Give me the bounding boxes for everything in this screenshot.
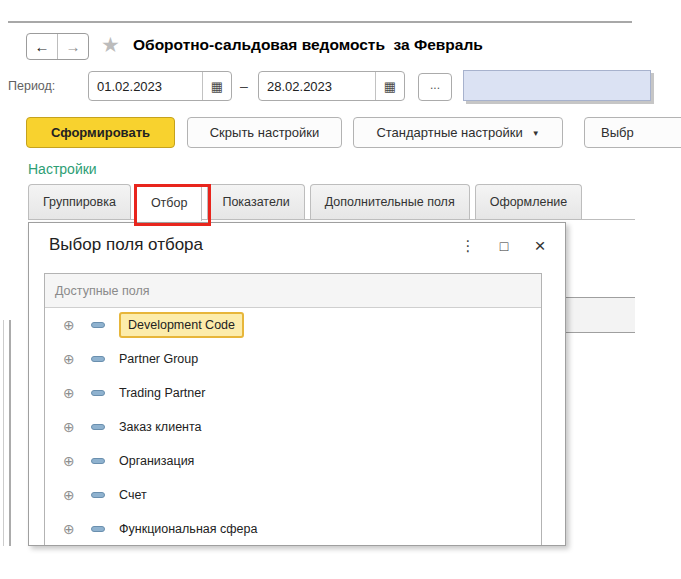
expand-plus-icon[interactable]: ⊕ — [63, 385, 81, 401]
history-nav: ← → — [26, 33, 89, 60]
period-from-field[interactable]: 01.02.2023 ▦ — [88, 71, 232, 101]
kebab-menu-icon[interactable]: ⋮ — [459, 236, 477, 256]
field-row[interactable]: ⊕ Организация — [45, 444, 541, 478]
field-type-icon — [91, 424, 105, 430]
field-type-icon — [91, 390, 105, 396]
list-column-header: Доступные поля — [45, 274, 541, 308]
chevron-down-icon: ▼ — [532, 127, 540, 138]
back-button[interactable]: ← — [27, 34, 58, 59]
expand-plus-icon[interactable]: ⊕ — [63, 521, 81, 537]
background-panel-header — [564, 297, 635, 333]
forward-button[interactable]: → — [58, 34, 88, 59]
field-row[interactable]: ⊕ Функциональная сфера — [45, 512, 541, 546]
period-to-value[interactable]: 28.02.2023 — [259, 72, 375, 100]
period-to-field[interactable]: 28.02.2023 ▦ — [258, 71, 405, 101]
field-row[interactable]: ⊕ Trading Partner — [45, 376, 541, 410]
expand-plus-icon[interactable]: ⊕ — [63, 419, 81, 435]
dialog-title: Выбор поля отбора — [49, 235, 203, 255]
forward-arrow-icon: → — [66, 38, 81, 55]
calendar-icon[interactable]: ▦ — [375, 72, 404, 100]
tab-formatting[interactable]: Оформление — [475, 184, 583, 219]
field-row[interactable]: ⊕ Счет — [45, 478, 541, 512]
available-fields-list: Доступные поля ⊕ Development Code ⊕ Part… — [44, 273, 542, 546]
annotation-red-box — [134, 184, 211, 226]
empty-highlighted-field[interactable] — [463, 70, 651, 101]
field-type-icon — [91, 322, 105, 328]
field-selection-dialog: Выбор поля отбора ⋮ □ × Доступные поля ⊕… — [28, 222, 566, 546]
expand-plus-icon[interactable]: ⊕ — [63, 453, 81, 469]
field-type-icon — [91, 356, 105, 362]
field-label: Функциональная сфера — [119, 522, 257, 536]
tab-grouping[interactable]: Группировка — [28, 184, 131, 219]
standard-settings-label: Стандартные настройки — [376, 125, 522, 140]
top-divider — [8, 21, 632, 23]
settings-tab-bar: Группировка Отбор Показатели Дополнитель… — [28, 184, 582, 221]
field-row[interactable]: ⊕ Partner Group — [45, 342, 541, 376]
expand-plus-icon[interactable]: ⊕ — [63, 317, 81, 333]
standard-settings-button[interactable]: Стандартные настройки ▼ — [353, 117, 563, 148]
background-panel-edge — [3, 320, 4, 546]
period-separator: – — [240, 78, 248, 94]
period-label: Период: — [8, 79, 55, 93]
tab-additional-fields[interactable]: Дополнительные поля — [310, 184, 470, 219]
field-type-icon — [91, 458, 105, 464]
field-label: Заказ клиента — [119, 420, 202, 434]
page-title: Оборотно-сальдовая ведомость за Февраль — [133, 36, 483, 54]
settings-section-label: Настройки — [28, 161, 97, 177]
expand-plus-icon[interactable]: ⊕ — [63, 487, 81, 503]
close-icon[interactable]: × — [531, 236, 549, 256]
period-more-button[interactable]: ... — [418, 73, 452, 101]
field-label: Организация — [119, 454, 194, 468]
maximize-icon[interactable]: □ — [495, 236, 513, 256]
hide-settings-button[interactable]: Скрыть настройки — [187, 117, 342, 148]
background-panel-border — [9, 320, 11, 546]
back-arrow-icon: ← — [35, 38, 50, 55]
period-from-value[interactable]: 01.02.2023 — [89, 72, 202, 100]
app-window: ← → ★ Оборотно-сальдовая ведомость за Фе… — [0, 0, 681, 579]
expand-plus-icon[interactable]: ⊕ — [63, 351, 81, 367]
field-type-icon — [91, 492, 105, 498]
field-label: Partner Group — [119, 352, 198, 366]
generate-button[interactable]: Сформировать — [26, 117, 175, 148]
field-row[interactable]: ⊕ Заказ клиента — [45, 410, 541, 444]
select-button-partial[interactable]: Выбр — [584, 117, 681, 148]
field-type-icon — [91, 526, 105, 532]
field-label: Счет — [119, 488, 147, 502]
tab-indicators[interactable]: Показатели — [207, 184, 304, 219]
field-label: Development Code — [119, 312, 244, 338]
favorite-star-icon[interactable]: ★ — [101, 33, 120, 57]
calendar-icon[interactable]: ▦ — [202, 72, 231, 100]
field-label: Trading Partner — [119, 386, 205, 400]
field-row[interactable]: ⊕ Development Code — [45, 308, 541, 342]
